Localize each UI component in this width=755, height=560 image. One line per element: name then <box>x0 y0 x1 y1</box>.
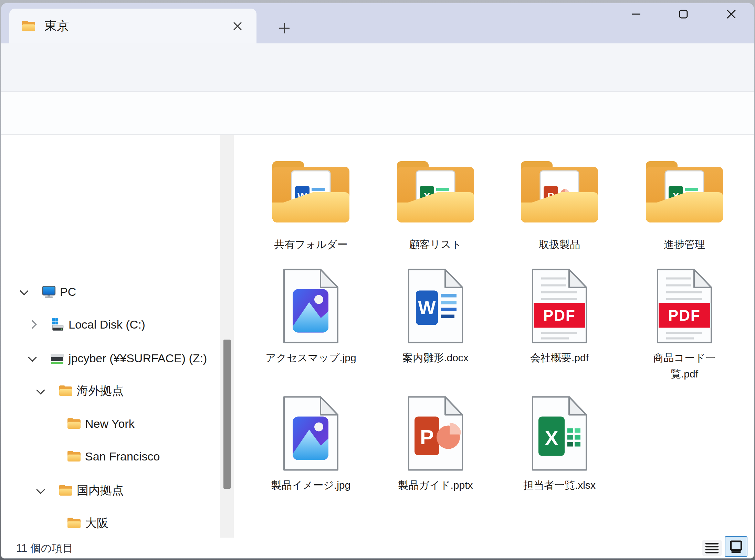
sidebar-scrollbar[interactable] <box>220 135 234 538</box>
status-bar: 11 個の項目 <box>1 538 754 559</box>
tab-title: 東京 <box>44 18 69 34</box>
sidebar-item-kokunai-kyoten[interactable]: 国内拠点 <box>4 474 218 507</box>
sidebar-item-san-francisco[interactable]: San Francisco <box>4 440 218 473</box>
folder-tile-progress[interactable]: X 進捗管理 <box>628 160 741 252</box>
scrollbar-thumb[interactable] <box>223 340 231 489</box>
minimize-button[interactable] <box>625 6 647 22</box>
folder-label: 進捗管理 <box>664 236 705 252</box>
folder-icon <box>67 418 81 429</box>
file-label: 製品イメージ.jpg <box>271 477 350 493</box>
file-label: 担当者一覧.xlsx <box>523 477 596 493</box>
network-drive-icon <box>50 351 64 365</box>
sidebar-item-local-disk-c[interactable]: Local Disk (C:) <box>4 308 218 341</box>
chevron-down-icon[interactable] <box>36 485 45 494</box>
svg-text:W: W <box>418 297 436 318</box>
file-label: 会社概要.pdf <box>530 350 589 366</box>
folder-icon <box>59 385 73 397</box>
file-tile-seihin-guide-pptx[interactable]: P 製品ガイド.pptx <box>379 395 492 493</box>
file-label: 製品ガイド.pptx <box>398 477 473 493</box>
sidebar-item-label: New York <box>85 417 135 431</box>
sidebar-item-kaigai-kyoten[interactable]: 海外拠点 <box>4 375 218 407</box>
folder-word-icon: W <box>271 160 351 225</box>
sidebar-item-label: 大阪 <box>85 515 108 531</box>
status-divider <box>92 542 92 554</box>
sidebar-item-osaka[interactable]: 大阪 <box>4 507 218 539</box>
item-count: 11 個の項目 <box>16 541 73 556</box>
file-tile-shouhin-code-pdf[interactable]: PDF 商品コード一覧.pdf <box>628 267 741 382</box>
details-view-button[interactable] <box>702 540 722 556</box>
minimize-icon <box>632 13 641 15</box>
file-tile-annai-docx[interactable]: W 案内雛形.docx <box>379 267 492 366</box>
file-tile-tantousha-xlsx[interactable]: X 担当者一覧.xlsx <box>503 395 616 493</box>
maximize-icon <box>679 10 688 19</box>
sidebar-item-label: PC <box>60 285 76 299</box>
main-area: PC Local Disk (C:) <box>1 135 754 538</box>
close-window-button[interactable] <box>720 6 742 22</box>
chevron-down-icon[interactable] <box>36 386 45 394</box>
local-disk-icon <box>50 318 64 331</box>
folder-excel-icon: X <box>644 160 724 225</box>
file-explorer-window: 東京 <box>1 3 754 559</box>
folder-label: 共有フォルダー <box>274 236 348 252</box>
maximize-button[interactable] <box>672 6 694 22</box>
sidebar-item-label: jpcyber (¥¥SURFACE) (Z:) <box>69 352 207 365</box>
sidebar-item-label: Local Disk (C:) <box>69 318 145 331</box>
close-icon <box>727 10 736 19</box>
image-file-icon <box>282 395 339 472</box>
chevron-right-icon[interactable] <box>28 320 36 329</box>
large-icons-view-icon <box>729 540 743 553</box>
folder-icon <box>59 485 73 496</box>
chevron-down-icon[interactable] <box>28 353 36 362</box>
folder-icon <box>22 20 35 32</box>
sidebar-item-new-york[interactable]: New York <box>4 407 218 440</box>
folder-icon <box>67 517 81 529</box>
folder-powerpoint-icon: P <box>520 160 599 225</box>
folder-excel-icon: X <box>396 160 475 225</box>
pdf-file-icon: PDF <box>531 267 588 345</box>
powerpoint-file-icon: P <box>407 395 464 472</box>
file-label: 商品コード一覧.pdf <box>641 350 728 382</box>
file-tile-kaisha-pdf[interactable]: PDF 会社概要.pdf <box>503 267 616 366</box>
pc-icon <box>42 285 56 299</box>
excel-file-icon: X <box>531 395 588 472</box>
folder-icon <box>67 450 81 462</box>
address-row: « 国内拠点 › 東京 <box>1 92 754 135</box>
svg-text:PDF: PDF <box>543 307 576 324</box>
file-label: アクセスマップ.jpg <box>265 350 356 366</box>
folder-tile-products[interactable]: P 取扱製品 <box>503 160 616 252</box>
sidebar-item-label: 国内拠点 <box>77 483 124 498</box>
file-tile-seihin-image[interactable]: 製品イメージ.jpg <box>254 395 368 493</box>
svg-text:X: X <box>545 427 558 449</box>
svg-text:PDF: PDF <box>668 307 701 324</box>
image-file-icon <box>282 267 339 345</box>
sidebar-item-label: 海外拠点 <box>77 383 124 399</box>
folder-label: 取扱製品 <box>539 236 580 252</box>
svg-text:P: P <box>420 426 434 449</box>
title-bar: 東京 <box>1 3 754 43</box>
tab-tokyo[interactable]: 東京 <box>9 9 256 43</box>
list-view-icon <box>705 541 719 554</box>
sidebar-item-pc[interactable]: PC <box>4 276 218 308</box>
file-tile-accessmap[interactable]: アクセスマップ.jpg <box>254 267 368 366</box>
chevron-down-icon[interactable] <box>20 287 28 295</box>
large-icons-view-button[interactable] <box>725 536 747 557</box>
folder-label: 顧客リスト <box>409 236 462 252</box>
file-label: 案内雛形.docx <box>402 350 469 366</box>
close-icon <box>233 22 242 30</box>
sidebar-item-label: San Francisco <box>85 450 160 463</box>
word-file-icon: W <box>407 267 464 345</box>
folder-tile-customers[interactable]: X 顧客リスト <box>379 160 492 252</box>
tab-close-button[interactable] <box>230 18 245 34</box>
new-tab-button[interactable] <box>275 19 294 38</box>
pdf-file-icon: PDF <box>656 267 713 345</box>
folder-tile-shared[interactable]: W 共有フォルダー <box>254 160 368 252</box>
plus-icon <box>279 23 290 33</box>
sidebar-item-jpcyber-z[interactable]: jpcyber (¥¥SURFACE) (Z:) <box>4 342 218 374</box>
command-toolbar: 新規作成 <box>1 43 754 92</box>
